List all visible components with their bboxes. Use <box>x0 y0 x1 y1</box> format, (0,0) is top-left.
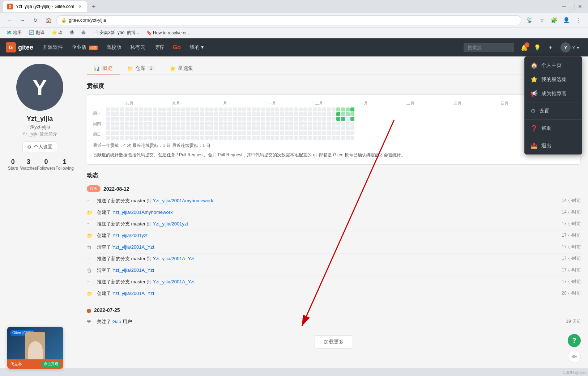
back-button[interactable]: ← <box>4 15 14 25</box>
repo-link-8[interactable]: Yzt_yijia/2001A_Yzt <box>153 279 195 284</box>
close-icon[interactable]: ✕ <box>578 4 582 9</box>
day-cell <box>261 112 265 116</box>
repo-link-4[interactable]: Yzt_yijia/2001yzt <box>112 233 148 238</box>
user-link-1[interactable]: Gao <box>112 319 122 324</box>
nav-university[interactable]: 高校版 <box>103 42 125 53</box>
nav-opensource[interactable]: 开源软件 <box>39 42 67 53</box>
tab-close-button[interactable]: ✕ <box>77 4 83 9</box>
week-col-18 <box>191 107 195 140</box>
nav-plus-icon[interactable]: + <box>545 42 556 53</box>
home-button[interactable]: 🏠 <box>43 15 54 25</box>
bookmark-map[interactable]: 🗺️ 地图 <box>4 29 24 37</box>
create-icon-2: 📁 <box>87 233 94 240</box>
day-cell <box>181 107 185 111</box>
day-cell <box>162 112 166 116</box>
nav-mine[interactable]: 我的 ▾ <box>186 42 207 53</box>
day-cell <box>148 136 152 140</box>
repo-link-7[interactable]: Yzt_yijia/2001A_Yzt <box>112 267 154 273</box>
day-cell <box>186 136 190 140</box>
day-cell <box>350 131 354 135</box>
stat-stars[interactable]: 0 Stars <box>6 158 20 171</box>
bookmark-xie[interactable]: 些 <box>68 29 76 37</box>
extensions-icon[interactable]: 🧩 <box>549 15 559 25</box>
browser-tab[interactable]: G Yzt_yijia (yzt-yijia) - Gitee.com ✕ <box>3 1 87 12</box>
activity-time-4: 17 小时前 <box>562 232 581 238</box>
nav-light-icon[interactable]: 💡 <box>532 42 543 53</box>
day-cell <box>252 131 256 135</box>
help-button[interactable]: ? <box>568 334 581 347</box>
bookmark-jiu[interactable]: ⭐ 玖 <box>50 29 65 37</box>
tab-overview[interactable]: 📊 概览 <box>87 62 120 75</box>
cast-icon[interactable]: 📡 <box>524 15 534 25</box>
repo-link-1[interactable]: Yzt_yijia/2001Amyhomework <box>153 198 213 203</box>
maximize-icon[interactable]: ⬜ <box>569 4 575 9</box>
dropdown-recommend[interactable]: 📢 成为推荐官 <box>525 86 582 101</box>
tab-repos[interactable]: 📁 仓库 3 <box>120 62 162 75</box>
recommend-icon: 📢 <box>531 90 538 97</box>
day-cell <box>228 107 232 111</box>
tab-starred[interactable]: ⭐ 星选集 <box>162 62 200 75</box>
day-cell <box>247 117 251 121</box>
day-cell <box>134 112 138 116</box>
week-col-31 <box>252 107 256 140</box>
reload-button[interactable]: ↻ <box>30 15 41 25</box>
day-cell <box>167 117 171 121</box>
day-cell <box>191 107 195 111</box>
stat-following[interactable]: 1 Following <box>55 158 74 171</box>
gitee-logo[interactable]: G gitee <box>6 42 33 52</box>
load-more-button[interactable]: 加载更多 <box>315 335 353 348</box>
day-cell <box>139 112 143 116</box>
day-cell <box>158 107 162 111</box>
edit-button[interactable]: ✏ <box>568 350 581 363</box>
bookmark-howto[interactable]: 🔖 How to resolve er... <box>144 30 192 36</box>
bookmark-translate[interactable]: 🔄 翻译 <box>27 29 46 37</box>
stat-watches[interactable]: 3 Watches <box>20 158 37 171</box>
dropdown-starred[interactable]: ⭐ 我的星选集 <box>525 72 582 86</box>
day-cell <box>209 107 213 111</box>
repo-link-9[interactable]: Yzt_yijia/2001A_Yzt <box>112 291 154 296</box>
nav-private-cloud[interactable]: 私有云 <box>127 42 149 53</box>
repo-link-3[interactable]: Yzt_yijia/2001yzt <box>153 221 188 227</box>
bookmark-csdn[interactable]: 📄 安桌3新_yao_的博... <box>91 29 141 37</box>
dropdown-settings[interactable]: ⚙ 设置 <box>525 104 582 118</box>
nav-blog[interactable]: 博客 <box>150 42 168 53</box>
day-cell <box>294 136 298 140</box>
repo-link-2[interactable]: Yzt_yijia/2001Amyhomework <box>112 210 173 215</box>
dropdown-help[interactable]: ❓ 帮助 <box>525 121 582 135</box>
day-cell <box>285 112 289 116</box>
day-cell <box>153 107 157 111</box>
notification-bell[interactable]: 🔔 1 <box>519 42 530 53</box>
nav-enterprise[interactable]: 企业版 特惠 <box>68 42 101 53</box>
profile-icon[interactable]: 👤 <box>561 15 571 25</box>
bookmark-yi[interactable]: 壹 <box>79 29 88 37</box>
search-input[interactable] <box>464 43 514 52</box>
lock-icon: 🔒 <box>61 18 67 23</box>
ad-cta-button[interactable]: 点击开启 <box>42 361 60 367</box>
stat-followers[interactable]: 0 Followers <box>37 158 55 171</box>
repo-link-6[interactable]: Yzt_yijia/2001A_Yzt <box>153 256 195 261</box>
clear-icon-2: 🗑 <box>87 267 94 275</box>
address-bar[interactable]: 🔒 gitee.com/yzt-yijia <box>56 15 521 25</box>
more-icon[interactable]: ⋮ <box>574 15 584 25</box>
dropdown-home[interactable]: 🏠 个人主页 <box>525 58 582 72</box>
day-cell <box>270 126 274 130</box>
day-cell <box>238 117 242 121</box>
day-cell <box>350 117 354 121</box>
repo-link-5[interactable]: Yzt_yijia/2001A_Yzt <box>112 244 154 250</box>
forward-button[interactable]: → <box>17 15 27 25</box>
minimize-icon[interactable]: ─ <box>562 4 566 9</box>
day-cell <box>285 136 289 140</box>
dropdown-logout[interactable]: 📤 退出 <box>525 139 582 153</box>
edit-profile-button[interactable]: ⚙ 个人设置 <box>22 141 57 152</box>
day-cell <box>266 112 270 116</box>
nav-user-button[interactable]: Y Y ▾ <box>558 41 582 54</box>
week-col-3 <box>120 107 124 140</box>
nav-go[interactable]: Go <box>169 42 184 53</box>
stars-label: Stars <box>6 166 20 171</box>
new-tab-button[interactable]: + <box>89 1 99 12</box>
star-icon[interactable]: ☆ <box>537 15 547 25</box>
day-cell <box>252 136 256 140</box>
day-cell <box>172 107 176 111</box>
ad-name: 代立冬 <box>10 362 22 367</box>
day-cell <box>129 107 133 111</box>
